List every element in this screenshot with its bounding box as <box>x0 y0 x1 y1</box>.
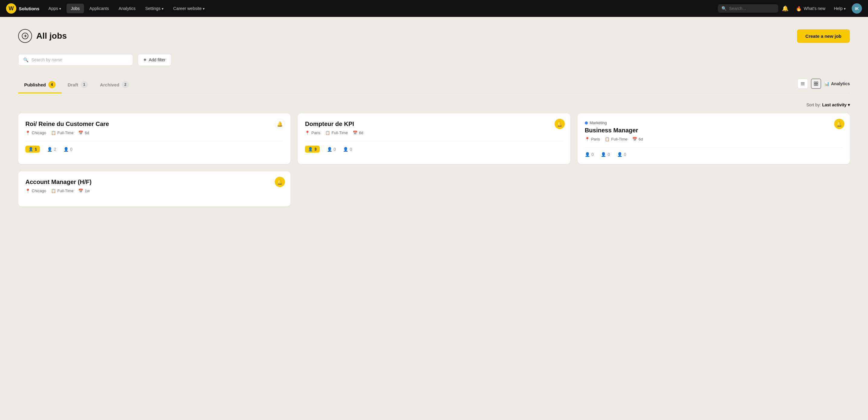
svg-rect-8 <box>816 82 818 84</box>
search-icon: 🔍 <box>721 6 726 11</box>
svg-rect-9 <box>814 84 816 86</box>
job-meta: 📍 Chicago 📋 Full-Time 📅 6d <box>25 131 283 135</box>
job-posted: 📅 6d <box>353 131 363 135</box>
job-stats: 👤 1 👤 2 👤 0 <box>25 141 283 153</box>
chevron-down-icon <box>59 6 61 11</box>
sort-label: Sort by: <box>806 102 821 107</box>
analytics-button[interactable]: 📊 Analytics <box>824 81 850 86</box>
tab-archived[interactable]: Archived 2 <box>94 77 135 93</box>
create-job-button[interactable]: Create a new job <box>797 29 850 43</box>
notification-bell[interactable]: 🔔 <box>779 3 791 14</box>
job-posted: 📅 6d <box>78 131 89 135</box>
job-bell-button[interactable]: 🔔 <box>275 177 285 187</box>
nav-item-applicants[interactable]: Applicants <box>85 4 113 13</box>
help-menu[interactable]: Help <box>830 4 849 13</box>
job-title: Roi/ Reine du Customer Care <box>25 121 283 128</box>
job-title: Business Manager <box>585 127 843 134</box>
chevron-down-icon: ▾ <box>848 102 850 107</box>
logo-icon: W <box>6 3 16 13</box>
brand-name: Solutions <box>19 6 39 11</box>
job-type: 📋 Full-Time <box>51 189 74 193</box>
person-icon: 👤 <box>585 152 590 157</box>
location-icon: 📍 <box>585 137 590 141</box>
user-avatar[interactable]: IK <box>852 3 862 13</box>
brand-logo[interactable]: W Solutions <box>6 3 39 13</box>
tabs: Published 4 Draft 1 Archived 2 <box>18 77 135 93</box>
stat-plain: 👤 0 <box>601 152 610 157</box>
fire-icon: 🔥 <box>796 6 802 11</box>
person-icon: 👤 <box>63 147 69 152</box>
person-icon: 👤 <box>601 152 606 157</box>
nav-item-analytics[interactable]: Analytics <box>114 4 140 13</box>
job-stats: 👤 0 👤 0 👤 0 <box>585 148 843 157</box>
nav-search-input[interactable] <box>729 6 775 11</box>
job-title: Dompteur de KPI <box>305 121 563 128</box>
type-icon: 📋 <box>51 189 56 193</box>
stat-plain: 👤 0 <box>617 152 626 157</box>
grid-view-button[interactable] <box>811 78 821 89</box>
calendar-icon: 📅 <box>78 131 83 135</box>
plus-icon: + <box>144 57 146 63</box>
tab-draft-badge: 1 <box>81 81 88 88</box>
page-header: All jobs Create a new job <box>18 29 850 43</box>
search-input[interactable] <box>31 57 128 62</box>
page-title: All jobs <box>36 31 67 41</box>
filter-row: 🔍 + Add filter <box>18 54 850 66</box>
job-location: 📍 Chicago <box>25 189 46 193</box>
job-meta: 📍 Paris 📋 Full-Time 📅 6d <box>305 131 563 135</box>
job-bell-button[interactable]: 🔔 <box>834 119 844 129</box>
nav-item-jobs[interactable]: Jobs <box>66 4 84 13</box>
person-icon: 👤 <box>327 147 332 152</box>
tab-published-badge: 4 <box>49 81 56 88</box>
calendar-icon: 📅 <box>78 189 83 193</box>
person-icon: 👤 <box>47 147 52 152</box>
type-icon: 📋 <box>605 137 610 141</box>
tab-archived-badge: 2 <box>122 81 129 88</box>
search-box[interactable]: 🔍 <box>18 54 133 66</box>
stat-plain: 👤 0 <box>343 147 352 152</box>
job-title: Account Manager (H/F) <box>25 179 283 186</box>
job-type: 📋 Full-Time <box>51 131 74 135</box>
type-icon: 📋 <box>51 131 56 135</box>
chevron-down-icon <box>162 6 163 11</box>
whats-new-button[interactable]: 🔥 What's new <box>792 3 829 14</box>
tab-actions: 📊 Analytics <box>798 78 850 91</box>
location-icon: 📍 <box>25 131 30 135</box>
job-card: 🔔 Marketing Business Manager 📍 Paris 📋 F… <box>578 113 850 164</box>
job-card: 🔔 Dompteur de KPI 📍 Paris 📋 Full-Time 📅 … <box>298 113 570 164</box>
nav-item-apps[interactable]: Apps <box>44 4 65 13</box>
add-filter-button[interactable]: + Add filter <box>138 54 172 66</box>
chevron-down-icon <box>203 6 205 11</box>
stat-plain: 👤 0 <box>63 147 72 152</box>
sort-value[interactable]: Last activity ▾ <box>822 102 850 107</box>
job-location: 📍 Chicago <box>25 131 46 135</box>
job-type: 📋 Full-Time <box>605 137 627 141</box>
location-icon: 📍 <box>305 131 310 135</box>
job-bell-button[interactable]: 🔔 <box>275 119 285 129</box>
nav-search-box[interactable]: 🔍 <box>718 4 778 13</box>
jobs-grid: 🔔 Roi/ Reine du Customer Care 📍 Chicago … <box>18 113 850 206</box>
job-bell-button[interactable]: 🔔 <box>555 119 565 129</box>
stat-plain: 👤 0 <box>327 147 336 152</box>
job-meta: 📍 Paris 📋 Full-Time 📅 6d <box>585 137 843 141</box>
main-nav: W Solutions Apps Jobs Applicants Analyti… <box>0 0 868 17</box>
nav-item-career-website[interactable]: Career website <box>169 4 209 13</box>
person-icon: 👤 <box>617 152 622 157</box>
job-meta: 📍 Chicago 📋 Full-Time 📅 1w <box>25 189 283 193</box>
job-stats: 👤 3 👤 0 👤 0 <box>305 141 563 153</box>
job-posted: 📅 1w <box>78 189 90 193</box>
job-location: 📍 Paris <box>305 131 320 135</box>
job-type: 📋 Full-Time <box>325 131 348 135</box>
stat-plain: 👤 0 <box>585 152 594 157</box>
stat-highlighted: 👤 3 <box>305 146 319 153</box>
tab-published[interactable]: Published 4 <box>18 77 62 93</box>
tab-draft[interactable]: Draft 1 <box>62 77 94 93</box>
search-icon: 🔍 <box>23 57 28 62</box>
category-dot <box>585 122 588 125</box>
nav-item-settings[interactable]: Settings <box>141 4 168 13</box>
job-category: Marketing <box>585 121 843 125</box>
list-view-button[interactable] <box>798 78 808 89</box>
page-title-wrap: All jobs <box>18 29 67 43</box>
person-icon: 👤 <box>308 147 313 151</box>
stat-plain: 👤 2 <box>47 147 56 152</box>
